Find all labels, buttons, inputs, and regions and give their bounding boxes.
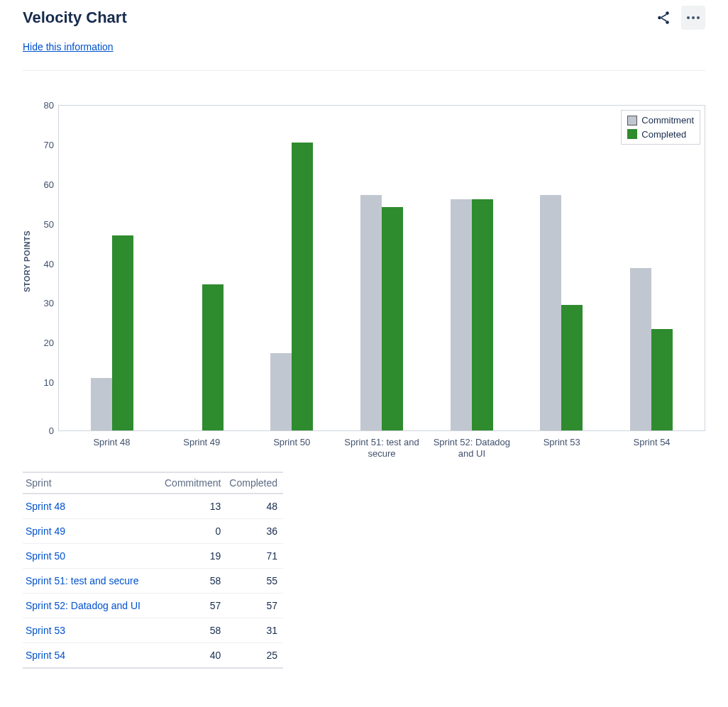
x-tick-label: Sprint 50 [247, 437, 337, 460]
table-row: Sprint 535831 [23, 618, 283, 642]
y-tick: 0 [34, 426, 54, 435]
legend-swatch-completed [627, 129, 637, 139]
y-axis-ticks: 80706050403020100 [34, 105, 58, 431]
velocity-table: Sprint Commitment Completed Sprint 48134… [23, 472, 283, 669]
sprint-link[interactable]: Sprint 53 [26, 625, 65, 636]
bar-group [158, 284, 248, 430]
plot-area: Commitment Completed [58, 105, 705, 431]
share-icon [656, 10, 671, 26]
cell-completed: 25 [226, 642, 283, 668]
bar-group [426, 199, 517, 430]
sprint-link[interactable]: Sprint 51: test and secure [26, 575, 139, 586]
share-button[interactable] [651, 6, 675, 30]
y-tick: 80 [34, 101, 54, 110]
sprint-link[interactable]: Sprint 50 [26, 550, 65, 562]
legend-label-commitment: Commitment [641, 113, 694, 128]
cell-completed: 71 [226, 543, 283, 568]
legend-item-commitment: Commitment [627, 113, 694, 128]
sprint-link[interactable]: Sprint 54 [26, 650, 65, 661]
bar-completed[interactable] [382, 207, 403, 430]
cell-commitment: 58 [162, 618, 226, 642]
y-tick: 20 [34, 338, 54, 347]
x-tick-label: Sprint 51: test and secure [337, 437, 427, 460]
bar-completed[interactable] [472, 199, 493, 430]
bar-commitment[interactable] [451, 199, 472, 430]
cell-completed: 48 [226, 494, 283, 519]
y-tick: 50 [34, 220, 54, 229]
cell-commitment: 57 [162, 593, 226, 618]
x-tick-label: Sprint 54 [607, 437, 697, 460]
x-tick-label: Sprint 48 [67, 437, 157, 460]
y-tick: 10 [34, 378, 54, 387]
bar-completed[interactable] [112, 235, 133, 430]
cell-completed: 31 [226, 618, 283, 642]
bar-group [337, 195, 427, 430]
y-tick: 60 [34, 180, 54, 189]
y-tick: 40 [34, 260, 54, 269]
x-tick-label: Sprint 53 [517, 437, 607, 460]
y-tick: 70 [34, 140, 54, 150]
bar-commitment[interactable] [91, 378, 112, 430]
legend-label-completed: Completed [641, 128, 686, 142]
table-header-completed: Completed [226, 472, 283, 494]
velocity-chart: STORY POINTS 80706050403020100 Commitmen… [23, 105, 705, 460]
header-actions [651, 6, 705, 30]
x-tick-label: Sprint 52: Datadog and UI [426, 437, 517, 460]
legend-item-completed: Completed [627, 128, 694, 142]
y-axis-label: STORY POINTS [23, 230, 31, 292]
cell-commitment: 13 [162, 494, 226, 519]
divider [23, 70, 705, 71]
bar-commitment[interactable] [360, 195, 382, 430]
table-row: Sprint 501971 [23, 543, 283, 568]
header-bar: Velocity Chart [23, 6, 705, 30]
table-row: Sprint 481348 [23, 494, 283, 519]
table-row: Sprint 544025 [23, 642, 283, 668]
x-axis-labels: Sprint 48Sprint 49Sprint 50Sprint 51: te… [58, 431, 705, 460]
cell-completed: 57 [226, 593, 283, 618]
bar-group [67, 235, 158, 430]
bar-completed[interactable] [292, 143, 313, 430]
x-tick-label: Sprint 49 [157, 437, 247, 460]
svg-point-2 [666, 21, 669, 24]
cell-commitment: 19 [162, 543, 226, 568]
bar-group [517, 195, 607, 430]
bar-commitment[interactable] [270, 353, 292, 430]
bar-group [606, 268, 696, 430]
sprint-link[interactable]: Sprint 48 [26, 501, 65, 512]
svg-point-0 [666, 11, 669, 15]
table-header-sprint: Sprint [23, 472, 162, 494]
cell-commitment: 58 [162, 568, 226, 593]
cell-commitment: 40 [162, 642, 226, 668]
chart-legend: Commitment Completed [621, 110, 700, 145]
table-row: Sprint 52: Datadog and UI5757 [23, 593, 283, 618]
bar-completed[interactable] [561, 305, 583, 430]
cell-commitment: 0 [162, 518, 226, 543]
bar-commitment[interactable] [540, 195, 561, 430]
hide-info-link[interactable]: Hide this information [23, 41, 114, 52]
more-icon [687, 16, 700, 19]
bar-commitment[interactable] [630, 268, 651, 430]
more-actions-button[interactable] [681, 6, 705, 30]
sprint-link[interactable]: Sprint 49 [26, 525, 65, 537]
page-title: Velocity Chart [23, 9, 127, 27]
y-tick: 30 [34, 299, 54, 308]
bar-completed[interactable] [651, 329, 673, 430]
cell-completed: 55 [226, 568, 283, 593]
table-row: Sprint 49036 [23, 518, 283, 543]
table-row: Sprint 51: test and secure5855 [23, 568, 283, 593]
bar-completed[interactable] [202, 284, 224, 430]
table-header-commitment: Commitment [162, 472, 226, 494]
cell-completed: 36 [226, 518, 283, 543]
bar-group [247, 143, 337, 430]
svg-point-1 [658, 16, 661, 20]
sprint-link[interactable]: Sprint 52: Datadog and UI [26, 600, 140, 611]
legend-swatch-commitment [627, 116, 637, 126]
